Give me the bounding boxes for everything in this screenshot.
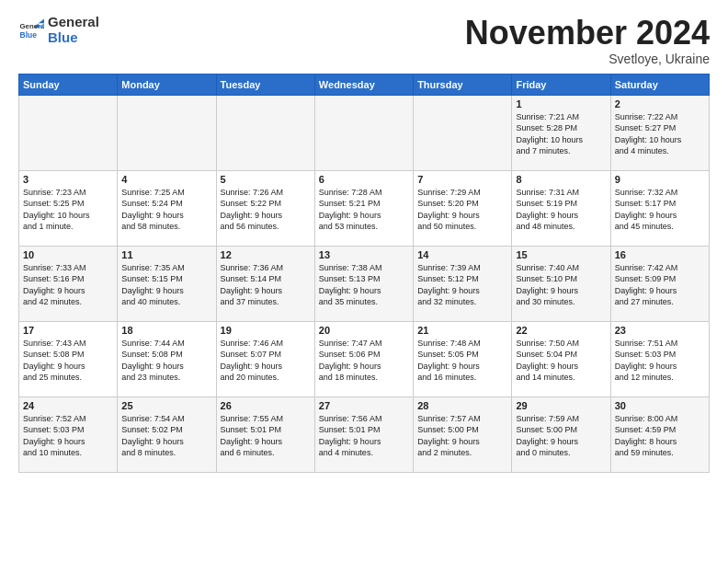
day-info: Sunrise: 7:22 AM Sunset: 5:27 PM Dayligh… [615,111,705,157]
day-info: Sunrise: 7:42 AM Sunset: 5:09 PM Dayligh… [615,262,705,308]
day-number: 15 [516,249,606,260]
logo-blue-text: Blue [48,30,99,46]
col-friday: Friday [512,74,610,95]
table-row: 28Sunrise: 7:57 AM Sunset: 5:00 PM Dayli… [414,396,512,472]
day-info: Sunrise: 7:47 AM Sunset: 5:06 PM Dayligh… [319,338,409,384]
day-number: 17 [23,325,113,336]
day-number: 3 [23,174,113,185]
day-number: 27 [319,400,409,411]
day-number: 11 [121,249,211,260]
table-row: 3Sunrise: 7:23 AM Sunset: 5:25 PM Daylig… [19,170,118,246]
day-info: Sunrise: 7:54 AM Sunset: 5:02 PM Dayligh… [121,413,211,459]
table-row: 25Sunrise: 7:54 AM Sunset: 5:02 PM Dayli… [118,396,216,472]
day-info: Sunrise: 7:33 AM Sunset: 5:16 PM Dayligh… [23,262,113,308]
day-number: 5 [221,174,311,185]
day-number: 1 [516,98,606,109]
day-number: 19 [221,325,311,336]
table-row: 1Sunrise: 7:21 AM Sunset: 5:28 PM Daylig… [512,95,610,170]
day-number: 12 [221,249,311,260]
table-row: 9Sunrise: 7:32 AM Sunset: 5:17 PM Daylig… [610,170,709,246]
day-info: Sunrise: 7:56 AM Sunset: 5:01 PM Dayligh… [319,413,409,459]
day-number: 13 [319,249,409,260]
calendar-header-row: Sunday Monday Tuesday Wednesday Thursday… [19,74,710,95]
day-number: 14 [417,249,507,260]
day-number: 30 [615,400,705,411]
day-info: Sunrise: 7:46 AM Sunset: 5:07 PM Dayligh… [221,338,311,384]
day-number: 18 [121,325,211,336]
table-row: 8Sunrise: 7:31 AM Sunset: 5:19 PM Daylig… [512,170,610,246]
day-number: 25 [121,400,211,411]
day-number: 20 [319,325,409,336]
logo-general-text: General [48,15,99,30]
day-number: 2 [615,98,705,109]
day-info: Sunrise: 7:59 AM Sunset: 5:00 PM Dayligh… [516,413,606,459]
table-row: 19Sunrise: 7:46 AM Sunset: 5:07 PM Dayli… [216,321,314,396]
table-row: 23Sunrise: 7:51 AM Sunset: 5:03 PM Dayli… [610,321,709,396]
table-row: 18Sunrise: 7:44 AM Sunset: 5:08 PM Dayli… [118,321,216,396]
table-row: 27Sunrise: 7:56 AM Sunset: 5:01 PM Dayli… [314,396,413,472]
table-row [314,95,413,170]
logo: General Blue General Blue [18,15,99,45]
location-subtitle: Svetloye, Ukraine [465,52,710,66]
calendar-week-row: 1Sunrise: 7:21 AM Sunset: 5:28 PM Daylig… [19,95,710,170]
table-row: 16Sunrise: 7:42 AM Sunset: 5:09 PM Dayli… [610,246,709,321]
day-number: 29 [516,400,606,411]
day-info: Sunrise: 7:50 AM Sunset: 5:04 PM Dayligh… [516,338,606,384]
col-wednesday: Wednesday [314,74,413,95]
table-row: 5Sunrise: 7:26 AM Sunset: 5:22 PM Daylig… [216,170,314,246]
table-row: 12Sunrise: 7:36 AM Sunset: 5:14 PM Dayli… [216,246,314,321]
table-row: 11Sunrise: 7:35 AM Sunset: 5:15 PM Dayli… [118,246,216,321]
table-row [118,95,216,170]
day-info: Sunrise: 7:39 AM Sunset: 5:12 PM Dayligh… [417,262,507,308]
table-row: 7Sunrise: 7:29 AM Sunset: 5:20 PM Daylig… [414,170,512,246]
col-thursday: Thursday [414,74,512,95]
svg-text:Blue: Blue [20,29,38,39]
day-info: Sunrise: 7:36 AM Sunset: 5:14 PM Dayligh… [221,262,311,308]
day-number: 16 [615,249,705,260]
day-info: Sunrise: 7:25 AM Sunset: 5:24 PM Dayligh… [121,187,211,233]
calendar-week-row: 3Sunrise: 7:23 AM Sunset: 5:25 PM Daylig… [19,170,710,246]
day-number: 6 [319,174,409,185]
day-info: Sunrise: 7:28 AM Sunset: 5:21 PM Dayligh… [319,187,409,233]
table-row: 10Sunrise: 7:33 AM Sunset: 5:16 PM Dayli… [19,246,118,321]
day-number: 21 [417,325,507,336]
table-row: 4Sunrise: 7:25 AM Sunset: 5:24 PM Daylig… [118,170,216,246]
day-info: Sunrise: 7:52 AM Sunset: 5:03 PM Dayligh… [23,413,113,459]
day-number: 9 [615,174,705,185]
day-info: Sunrise: 7:48 AM Sunset: 5:05 PM Dayligh… [417,338,507,384]
calendar-table: Sunday Monday Tuesday Wednesday Thursday… [18,74,710,473]
table-row: 24Sunrise: 7:52 AM Sunset: 5:03 PM Dayli… [19,396,118,472]
day-number: 7 [417,174,507,185]
day-info: Sunrise: 7:38 AM Sunset: 5:13 PM Dayligh… [319,262,409,308]
day-info: Sunrise: 7:51 AM Sunset: 5:03 PM Dayligh… [615,338,705,384]
calendar-week-row: 24Sunrise: 7:52 AM Sunset: 5:03 PM Dayli… [19,396,710,472]
col-tuesday: Tuesday [216,74,314,95]
page-header: General Blue General Blue November 2024 … [18,15,710,66]
month-title: November 2024 [465,15,710,52]
table-row: 14Sunrise: 7:39 AM Sunset: 5:12 PM Dayli… [414,246,512,321]
table-row: 2Sunrise: 7:22 AM Sunset: 5:27 PM Daylig… [610,95,709,170]
calendar-week-row: 10Sunrise: 7:33 AM Sunset: 5:16 PM Dayli… [19,246,710,321]
day-number: 28 [417,400,507,411]
day-number: 4 [121,174,211,185]
day-info: Sunrise: 7:55 AM Sunset: 5:01 PM Dayligh… [221,413,311,459]
col-monday: Monday [118,74,216,95]
day-info: Sunrise: 7:32 AM Sunset: 5:17 PM Dayligh… [615,187,705,233]
day-info: Sunrise: 8:00 AM Sunset: 4:59 PM Dayligh… [615,413,705,459]
day-info: Sunrise: 7:23 AM Sunset: 5:25 PM Dayligh… [23,187,113,233]
col-saturday: Saturday [610,74,709,95]
table-row: 6Sunrise: 7:28 AM Sunset: 5:21 PM Daylig… [314,170,413,246]
day-number: 10 [23,249,113,260]
day-info: Sunrise: 7:31 AM Sunset: 5:19 PM Dayligh… [516,187,606,233]
day-info: Sunrise: 7:43 AM Sunset: 5:08 PM Dayligh… [23,338,113,384]
table-row: 17Sunrise: 7:43 AM Sunset: 5:08 PM Dayli… [19,321,118,396]
day-info: Sunrise: 7:21 AM Sunset: 5:28 PM Dayligh… [516,111,606,157]
day-info: Sunrise: 7:29 AM Sunset: 5:20 PM Dayligh… [417,187,507,233]
table-row: 22Sunrise: 7:50 AM Sunset: 5:04 PM Dayli… [512,321,610,396]
logo-icon: General Blue [18,17,44,43]
title-block: November 2024 Svetloye, Ukraine [465,15,710,66]
table-row: 21Sunrise: 7:48 AM Sunset: 5:05 PM Dayli… [414,321,512,396]
table-row: 30Sunrise: 8:00 AM Sunset: 4:59 PM Dayli… [610,396,709,472]
table-row [216,95,314,170]
table-row: 26Sunrise: 7:55 AM Sunset: 5:01 PM Dayli… [216,396,314,472]
